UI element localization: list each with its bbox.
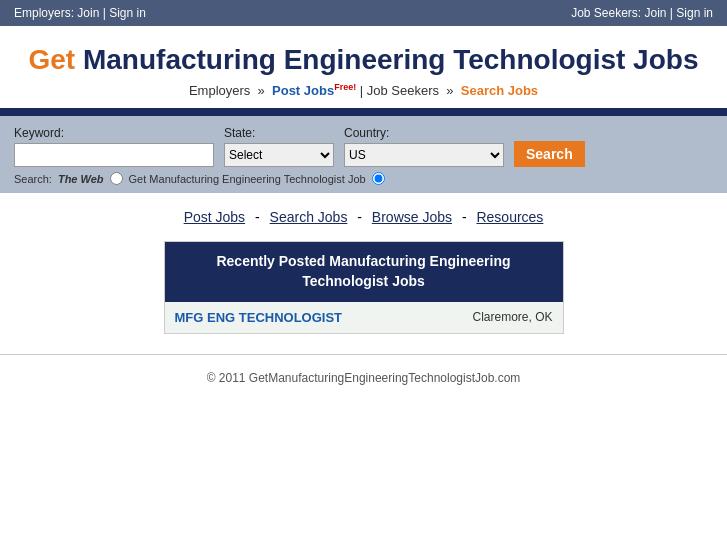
separator: | [360,83,367,98]
job-seekers-label: Job Seekers [367,83,439,98]
recently-posted-header: Recently Posted Manufacturing Engineerin… [165,242,563,301]
post-jobs-link[interactable]: Post JobsFree! [272,83,356,98]
dash1: - [255,209,264,225]
keyword-group: Keyword: [14,126,214,167]
search-section: Keyword: State: Select ALAKAZAR CACOCTDE… [0,116,727,193]
search-label: Search: [14,173,52,185]
site-label: Get Manufacturing Engineering Technologi… [129,173,366,185]
search-fields: Keyword: State: Select ALAKAZAR CACOCTDE… [14,126,713,167]
job-location: Claremore, OK [472,310,552,324]
radio-web[interactable] [110,172,123,185]
header-nav: Employers » Post JobsFree! | Job Seekers… [10,82,717,98]
country-group: Country: US CA UK AU [344,126,504,167]
search-jobs-nav-link[interactable]: Search Jobs [270,209,348,225]
site-title: Get Manufacturing Engineering Technologi… [10,44,717,76]
table-row: MFG ENG TECHNOLOGIST Claremore, OK [165,302,563,333]
radio-site[interactable] [372,172,385,185]
state-select[interactable]: Select ALAKAZAR CACOCTDE FLGAHIID ILINIA… [224,143,334,167]
jobseekers-topbar[interactable]: Job Seekers: Join | Sign in [571,6,713,20]
state-group: State: Select ALAKAZAR CACOCTDE FLGAHIID… [224,126,334,167]
browse-jobs-nav-link[interactable]: Browse Jobs [372,209,452,225]
employers-topbar[interactable]: Employers: Join | Sign in [14,6,146,20]
dash2: - [357,209,366,225]
job-title-link[interactable]: MFG ENG TECHNOLOGIST [175,310,343,325]
arrow2: » [446,83,453,98]
arrow1: » [258,83,265,98]
main-nav: Post Jobs - Search Jobs - Browse Jobs - … [0,193,727,241]
post-jobs-nav-link[interactable]: Post Jobs [184,209,245,225]
country-label: Country: [344,126,504,140]
divider-bar [0,108,727,116]
search-jobs-link[interactable]: Search Jobs [461,83,538,98]
header: Get Manufacturing Engineering Technologi… [0,26,727,108]
search-button[interactable]: Search [514,141,585,167]
recently-posted-section: Recently Posted Manufacturing Engineerin… [164,241,564,333]
keyword-input[interactable] [14,143,214,167]
keyword-label: Keyword: [14,126,214,140]
dash3: - [462,209,471,225]
top-bar: Employers: Join | Sign in Job Seekers: J… [0,0,727,26]
footer-text: © 2011 GetManufacturingEngineeringTechno… [207,371,521,385]
state-label: State: [224,126,334,140]
get-word: Get [29,44,76,75]
title-rest: Manufacturing Engineering Technologist J… [75,44,698,75]
search-radio-row: Search: The Web Get Manufacturing Engine… [14,172,713,185]
employers-label: Employers [189,83,250,98]
country-select[interactable]: US CA UK AU [344,143,504,167]
the-web-label: The Web [58,173,104,185]
resources-nav-link[interactable]: Resources [476,209,543,225]
footer: © 2011 GetManufacturingEngineeringTechno… [0,354,727,401]
